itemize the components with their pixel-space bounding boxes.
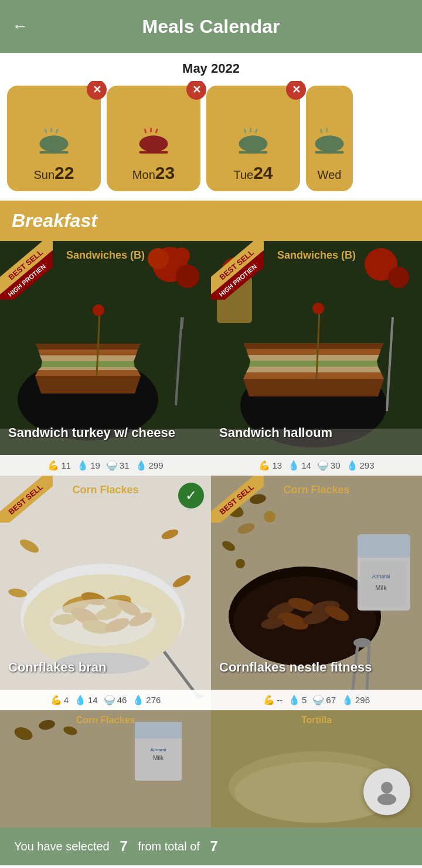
category-label-1: Sandwiches (B) <box>66 249 145 262</box>
svg-rect-17 <box>250 135 257 138</box>
status-total-count: 7 <box>210 838 217 855</box>
close-day-sun22[interactable]: ✕ <box>87 81 107 100</box>
svg-rect-16 <box>239 151 268 153</box>
meal-name-3: Conrflakes bran <box>8 660 203 675</box>
bestsell-badge-4: BEST SELL <box>211 476 264 523</box>
status-text-before: You have selected <box>14 840 110 853</box>
category-label-3: Corn Flackes <box>72 484 138 496</box>
svg-line-6 <box>145 130 146 133</box>
system-nav-bar: ||| ○ < <box>0 865 422 868</box>
support-button[interactable] <box>363 768 410 815</box>
svg-rect-22 <box>326 135 333 138</box>
meal-card-cornflakes-bran[interactable]: Corn Flackes BEST SELL ✓ Conrflakes bran… <box>0 476 211 710</box>
meal-name-1: Sandwich turkey w/ cheese <box>8 425 203 440</box>
meal-card-sandwich-halloum[interactable]: Sandwiches (B) BEST SELL HIGH PROTIEN Sa… <box>211 241 422 476</box>
svg-point-117 <box>381 782 393 794</box>
meal-card-sandwich-turkey[interactable]: Sandwiches (B) BEST SELL HIGH PROTIEN Sa… <box>0 241 211 476</box>
meal-name-2: Sandwich halloum <box>219 425 414 440</box>
breakfast-label: Breakfast <box>12 210 97 231</box>
svg-rect-21 <box>315 151 344 153</box>
day-label-mon23: Mon23 <box>132 163 175 183</box>
svg-rect-4 <box>40 151 69 153</box>
svg-line-12 <box>244 130 246 133</box>
back-button[interactable]: ← <box>12 17 28 36</box>
calendar-strip: ✕ Sun22 ✕ <box>0 81 422 201</box>
dish-icon-sun22 <box>33 128 74 160</box>
svg-rect-10 <box>139 151 168 153</box>
status-text-middle: from total of <box>138 840 200 853</box>
selected-checkmark-3: ✓ <box>178 483 204 508</box>
svg-line-0 <box>45 130 46 133</box>
svg-line-2 <box>56 130 57 133</box>
close-day-mon23[interactable]: ✕ <box>186 81 206 100</box>
meal-stats-2: 💪13 💧14 🍚30 💧293 <box>211 455 422 476</box>
bestsell-badge-3: BEST SELL <box>0 476 53 523</box>
calendar-day-sun22[interactable]: ✕ Sun22 <box>7 86 101 191</box>
meal-grid: Sandwiches (B) BEST SELL HIGH PROTIEN Sa… <box>0 241 422 828</box>
category-label-4: Corn Flackes <box>283 484 349 496</box>
meal-card-partial-cornflakes[interactable]: Milk Almarai Corn Flackes <box>0 710 211 828</box>
svg-line-14 <box>256 130 257 133</box>
day-label-sun22: Sun22 <box>34 163 74 183</box>
calendar-day-tue24[interactable]: ✕ Tue24 <box>206 86 300 191</box>
close-day-tue24[interactable]: ✕ <box>286 81 306 100</box>
meal-stats-4: 💪-- 💧5 🍚67 💧296 <box>211 690 422 710</box>
page-title: Meals Calendar <box>142 16 280 38</box>
meal-stats-3: 💪4 💧14 🍚46 💧276 <box>0 690 211 710</box>
day-label-wed: Wed <box>318 163 342 183</box>
calendar-day-wed[interactable]: Wed <box>306 86 353 191</box>
svg-rect-11 <box>151 135 157 138</box>
dish-icon-wed <box>309 128 350 160</box>
meal-card-cornflakes-nestle[interactable]: Milk Almarai Corn Flackes BEST SELL Corn… <box>211 476 422 710</box>
partial-category-label-2: Tortilla <box>301 715 332 725</box>
month-label: May 2022 <box>0 53 422 81</box>
svg-rect-5 <box>51 135 57 138</box>
svg-line-18 <box>321 130 322 133</box>
category-label-2: Sandwiches (B) <box>277 249 356 262</box>
breakfast-section-header: Breakfast <box>0 201 422 241</box>
svg-point-118 <box>377 794 396 805</box>
svg-line-8 <box>156 130 157 133</box>
dish-icon-mon23 <box>133 128 174 160</box>
partial-category-label-1: Corn Flackes <box>76 715 135 725</box>
overlay <box>0 710 211 828</box>
day-label-tue24: Tue24 <box>233 163 273 183</box>
status-selected-count: 7 <box>120 838 127 855</box>
header: ← Meals Calendar <box>0 0 422 53</box>
calendar-day-mon23[interactable]: ✕ Mon23 <box>107 86 200 191</box>
meal-name-4: Cornflakes nestle fitness <box>219 660 414 675</box>
dish-icon-tue24 <box>233 128 274 160</box>
status-bar: You have selected 7 from total of 7 <box>0 828 422 865</box>
meal-stats-1: 💪11 💧19 🍚31 💧299 <box>0 455 211 476</box>
